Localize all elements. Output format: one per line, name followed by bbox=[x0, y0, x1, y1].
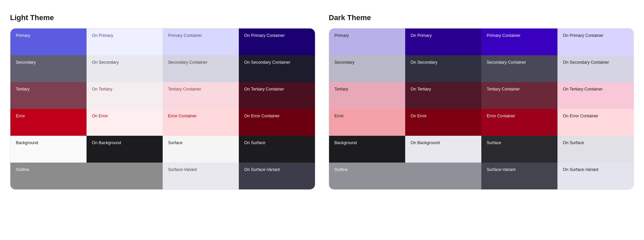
dark-theme-grid: PrimaryOn PrimaryPrimary ContainerOn Pri… bbox=[329, 28, 634, 190]
color-cell: Surface bbox=[163, 136, 239, 163]
color-cell: On Surface-Variant bbox=[557, 163, 634, 189]
color-cell: Primary bbox=[329, 28, 405, 55]
color-cell: On Surface-Variant bbox=[239, 163, 315, 189]
color-cell: Outline bbox=[329, 163, 481, 189]
color-cell: On Tertiary bbox=[405, 82, 481, 109]
color-cell: On Secondary Container bbox=[239, 55, 315, 82]
color-cell: On Secondary Container bbox=[557, 55, 634, 82]
color-cell: Tertiary bbox=[329, 82, 405, 109]
color-cell: On Secondary bbox=[87, 55, 163, 82]
color-cell: Primary Container bbox=[163, 28, 239, 55]
color-cell: Primary bbox=[10, 28, 87, 55]
color-cell: Secondary bbox=[10, 55, 87, 82]
light-theme-grid: PrimaryOn PrimaryPrimary ContainerOn Pri… bbox=[10, 28, 315, 190]
color-cell: On Tertiary bbox=[87, 82, 163, 109]
light-theme-section: Light Theme PrimaryOn PrimaryPrimary Con… bbox=[10, 13, 315, 190]
color-cell: On Primary Container bbox=[557, 28, 634, 55]
color-cell: On Primary Container bbox=[239, 28, 315, 55]
color-cell: On Error bbox=[87, 109, 163, 136]
color-cell: Surface bbox=[481, 136, 557, 163]
color-cell: On Surface bbox=[239, 136, 315, 163]
color-cell: Background bbox=[10, 136, 87, 163]
color-cell: On Background bbox=[87, 136, 163, 163]
color-cell: On Background bbox=[405, 136, 481, 163]
color-cell: Error bbox=[10, 109, 87, 136]
color-cell: On Tertiary Container bbox=[557, 82, 634, 109]
color-cell: Primary Container bbox=[481, 28, 557, 55]
color-cell: Tertiary Container bbox=[481, 82, 557, 109]
color-cell: On Tertiary Container bbox=[239, 82, 315, 109]
color-cell: Surface-Variant bbox=[163, 163, 239, 189]
color-cell: Background bbox=[329, 136, 405, 163]
color-cell: Tertiary bbox=[10, 82, 87, 109]
color-cell: Outline bbox=[10, 163, 163, 189]
dark-theme-title: Dark Theme bbox=[329, 13, 634, 22]
color-cell: Error Container bbox=[163, 109, 239, 136]
color-cell: On Error Container bbox=[239, 109, 315, 136]
color-cell: On Primary bbox=[405, 28, 481, 55]
color-cell: Secondary Container bbox=[481, 55, 557, 82]
light-theme-title: Light Theme bbox=[10, 13, 315, 22]
color-cell: Error bbox=[329, 109, 405, 136]
color-cell: Surface-Variant bbox=[481, 163, 557, 189]
color-cell: On Error Container bbox=[557, 109, 634, 136]
dark-theme-section: Dark Theme PrimaryOn PrimaryPrimary Cont… bbox=[329, 13, 634, 190]
color-cell: Secondary bbox=[329, 55, 405, 82]
color-cell: Tertiary Container bbox=[163, 82, 239, 109]
color-cell: On Error bbox=[405, 109, 481, 136]
color-cell: On Surface bbox=[557, 136, 634, 163]
color-cell: Secondary Container bbox=[163, 55, 239, 82]
color-cell: On Primary bbox=[87, 28, 163, 55]
color-cell: On Secondary bbox=[405, 55, 481, 82]
color-cell: Error Container bbox=[481, 109, 557, 136]
